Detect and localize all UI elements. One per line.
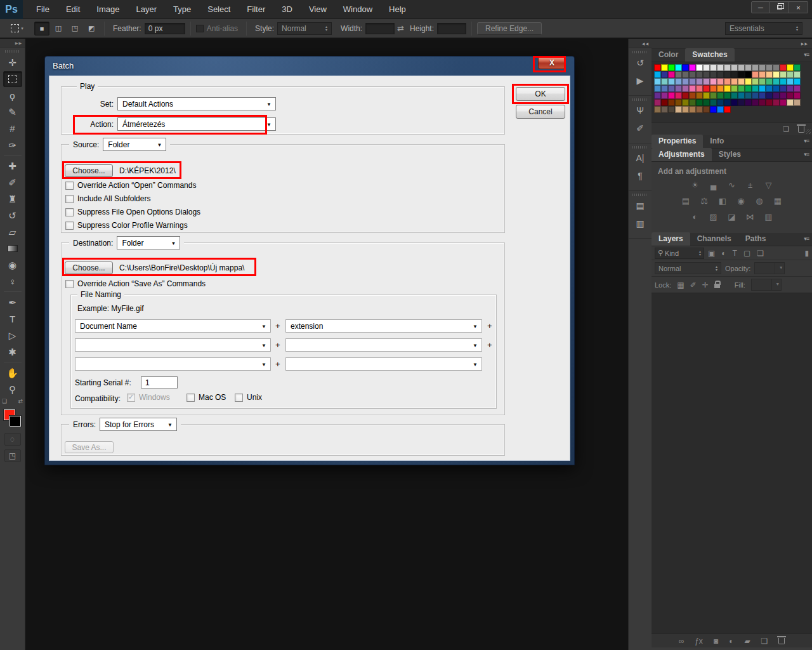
dialog-close-button[interactable]: X	[538, 56, 566, 69]
path-selection-tool[interactable]: ▷	[3, 328, 22, 343]
color-swatch[interactable]	[682, 106, 689, 113]
color-swatch[interactable]	[759, 64, 766, 71]
color-swatch[interactable]	[703, 78, 710, 85]
resize-grip[interactable]	[806, 129, 811, 134]
color-swatch[interactable]	[787, 78, 794, 85]
color-swatch[interactable]	[668, 92, 675, 99]
add-to-selection-icon[interactable]: ◫	[51, 22, 66, 36]
color-swatch[interactable]	[794, 99, 801, 106]
color-swatch[interactable]	[738, 78, 745, 85]
blur-tool[interactable]: ◉	[3, 257, 22, 273]
filter-toggle-icon[interactable]: ▮	[804, 249, 809, 258]
new-group-icon[interactable]: ▰	[744, 637, 750, 646]
notes-icon[interactable]: ▥	[631, 215, 649, 232]
color-swatch[interactable]	[773, 64, 780, 71]
color-swatch[interactable]	[661, 78, 668, 85]
quick-mask-button[interactable]: ◌	[4, 433, 21, 446]
panel-menu-icon[interactable]: ▾≡	[804, 235, 809, 242]
brush-tool[interactable]: ✐	[3, 175, 22, 190]
color-swatch[interactable]	[682, 71, 689, 78]
quick-selection-tool[interactable]: ✎	[3, 104, 22, 120]
color-swatch[interactable]	[773, 92, 780, 99]
minimize-button[interactable]: ─	[751, 1, 770, 13]
tab-swatches[interactable]: Swatches	[685, 48, 734, 62]
color-swatch[interactable]	[738, 85, 745, 92]
color-swatch[interactable]	[654, 99, 661, 106]
layer-comps-icon[interactable]: ▤	[631, 197, 649, 214]
color-swatch[interactable]	[703, 99, 710, 106]
color-swatch[interactable]	[710, 78, 717, 85]
color-swatch[interactable]	[668, 99, 675, 106]
color-swatch[interactable]	[780, 92, 787, 99]
color-swatch[interactable]	[724, 92, 731, 99]
panel-grip[interactable]	[5, 50, 20, 53]
rectangular-marquee-tool[interactable]	[3, 71, 22, 87]
workspace-dropdown[interactable]: Essentials	[725, 22, 802, 35]
threshold-icon[interactable]: ◪	[726, 211, 738, 222]
color-swatch[interactable]	[787, 64, 794, 71]
history-icon[interactable]: ↺	[631, 55, 649, 71]
color-swatch[interactable]	[731, 99, 738, 106]
tab-paths[interactable]: Paths	[738, 232, 773, 246]
history-brush-tool[interactable]: ↺	[3, 208, 22, 223]
naming-field-6[interactable]	[285, 357, 482, 371]
naming-field-4[interactable]	[285, 338, 482, 352]
background-color[interactable]	[10, 416, 21, 427]
gradient-map-icon[interactable]: ▥	[763, 211, 775, 222]
naming-field-5[interactable]	[75, 357, 271, 371]
color-swatch[interactable]	[759, 71, 766, 78]
menu-image[interactable]: Image	[88, 0, 128, 19]
collapse-dock-button[interactable]: ▶▶	[652, 39, 812, 49]
pen-tool[interactable]: ✒	[3, 295, 22, 310]
screen-mode-button[interactable]: ◳	[4, 449, 21, 462]
color-swatch[interactable]	[759, 99, 766, 106]
color-swatch[interactable]	[675, 99, 682, 106]
color-swatch[interactable]	[668, 71, 675, 78]
source-dropdown[interactable]: Folder	[103, 138, 166, 151]
color-swatch[interactable]	[661, 64, 668, 71]
lock-transparency-icon[interactable]: ▦	[677, 281, 684, 289]
source-choose-button[interactable]: Choose...	[65, 164, 113, 177]
color-swatch[interactable]	[682, 78, 689, 85]
color-swatch[interactable]	[794, 78, 801, 85]
color-swatch[interactable]	[696, 64, 703, 71]
character-panel-icon[interactable]: A|	[631, 150, 649, 166]
color-swatch[interactable]	[759, 85, 766, 92]
color-swatch[interactable]	[703, 106, 710, 113]
menu-3d[interactable]: 3D	[273, 0, 301, 19]
naming-field-3[interactable]	[75, 338, 271, 352]
lock-position-icon[interactable]: ✛	[702, 281, 709, 289]
color-swatch[interactable]	[724, 64, 731, 71]
color-swatch[interactable]	[654, 92, 661, 99]
color-swatch[interactable]	[675, 64, 682, 71]
color-swatch[interactable]	[745, 71, 752, 78]
menu-edit[interactable]: Edit	[58, 0, 88, 19]
color-swatch[interactable]	[710, 106, 717, 113]
panel-menu-icon[interactable]: ▾≡	[804, 51, 809, 58]
color-swatch[interactable]	[682, 92, 689, 99]
color-swatch[interactable]	[682, 64, 689, 71]
actions-icon[interactable]: ▶	[631, 72, 649, 89]
tab-layers[interactable]: Layers	[652, 232, 690, 246]
color-swatch[interactable]	[717, 71, 724, 78]
color-swatch[interactable]	[675, 85, 682, 92]
menu-select[interactable]: Select	[199, 0, 239, 19]
vibrance-icon[interactable]: ▽	[763, 180, 775, 190]
color-swatch[interactable]	[724, 99, 731, 106]
color-swatch[interactable]	[703, 71, 710, 78]
selective-color-icon[interactable]: ⋈	[744, 211, 757, 222]
color-swatch[interactable]	[780, 78, 787, 85]
lasso-tool[interactable]: ϙ	[3, 88, 22, 103]
mac-os-checkbox[interactable]	[187, 394, 195, 402]
errors-dropdown[interactable]: Stop for Errors	[100, 418, 177, 431]
type-tool[interactable]: T	[3, 311, 22, 327]
color-swatch[interactable]	[724, 78, 731, 85]
refine-edge-button[interactable]: Refine Edge...	[477, 22, 542, 35]
color-swatch[interactable]	[675, 71, 682, 78]
filter-type-layers-icon[interactable]: T	[733, 249, 737, 258]
photo-filter-icon[interactable]: ◉	[735, 196, 747, 206]
color-swatch[interactable]	[759, 78, 766, 85]
color-swatch[interactable]	[717, 64, 724, 71]
tab-color[interactable]: Color	[652, 48, 685, 62]
color-swatch[interactable]	[738, 71, 745, 78]
